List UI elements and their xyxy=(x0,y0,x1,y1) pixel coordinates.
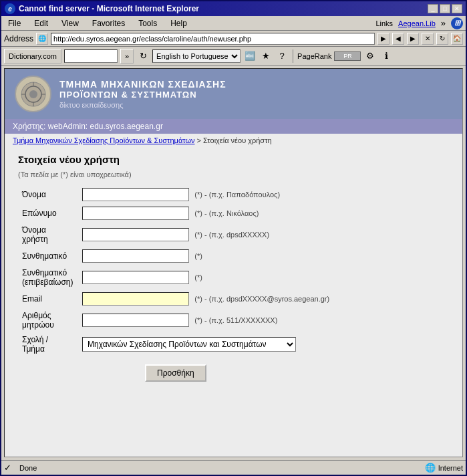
input-name[interactable] xyxy=(82,188,189,201)
header-desc: δίκτυο εκπαίδευσης xyxy=(59,101,226,109)
pagerank-label: PageRank xyxy=(297,52,331,60)
maximize-button[interactable]: □ xyxy=(440,4,450,13)
links-label: Links xyxy=(375,19,393,27)
breadcrumb-link[interactable]: Τμήμα Μηχανικών Σχεδίασης Προϊόντων & Συ… xyxy=(13,136,195,144)
table-row: Συνθηματικό(επιβεβαίωση) (*) xyxy=(18,265,449,289)
form-title: Στοιχεία νέου χρήστη xyxy=(18,154,449,165)
window-title: Cannot find server - Microsoft Internet … xyxy=(19,4,199,13)
field-cell-email: (*) - (π.χ. dpsdXXXXX@syros.aegean.gr) xyxy=(78,289,449,308)
settings-icon[interactable]: ⚙ xyxy=(363,49,377,63)
table-row: Επώνυμο (*) - (π.χ. Νικόλαος) xyxy=(18,204,449,223)
dictionary-label: Dictionary.com xyxy=(9,52,57,60)
input-username[interactable] xyxy=(82,228,189,241)
form-area: Στοιχεία νέου χρήστη (Τα πεδία με (*) εί… xyxy=(5,147,462,391)
hint-password-confirm: (*) xyxy=(191,273,202,281)
table-row: Όνομαχρήστη (*) - (π.χ. dpsdXXXXX) xyxy=(18,223,449,247)
expand-icon[interactable]: » xyxy=(441,18,446,28)
toolbar: Dictionary.com » ↻ English to Portuguese… xyxy=(1,47,466,66)
separator xyxy=(293,49,293,63)
field-label-registry: Αριθμόςμητρώου xyxy=(18,308,78,332)
form-note: (Τα πεδία με (*) είναι υποχρεωτικά) xyxy=(18,170,449,178)
refresh-icon[interactable]: ↻ xyxy=(136,49,150,63)
logo xyxy=(15,76,51,112)
table-row: Σχολή /Τμήμα Μηχανικών Σχεδίασης Προϊόντ… xyxy=(18,332,449,356)
hint-email: (*) - (π.χ. dpsdXXXXX@syros.aegean.gr) xyxy=(191,295,329,303)
address-input[interactable] xyxy=(51,33,375,45)
user-info: Χρήστης: webAdmin: edu.syros.aegean.gr xyxy=(13,122,163,131)
header-title-line2: ΠΡΟΪΟΝΤΩΝ & ΣΥΣΤΗΜΑΤΩΝ xyxy=(59,90,226,100)
field-label-name: Όνομα xyxy=(18,185,78,204)
internet-icon: 🌐 xyxy=(425,463,436,473)
bookmark-icon[interactable]: ★ xyxy=(259,49,273,63)
empty-cell xyxy=(18,356,78,384)
input-surname[interactable] xyxy=(82,207,189,220)
page-header: ΤΜΗΜΑ ΜΗΧΑΝΙΚΩΝ ΣΧΕΔΙΑΣΗΣ ΠΡΟΪΟΝΤΩΝ & ΣΥ… xyxy=(5,69,462,119)
address-label: Address xyxy=(4,34,33,43)
status-check-icon: ✓ xyxy=(4,463,11,473)
hint-name: (*) - (π.χ. Παπαδόπουλος) xyxy=(191,191,280,199)
status-text: Done xyxy=(17,464,420,472)
menu-edit[interactable]: Edit xyxy=(30,17,52,29)
title-bar-controls: _ □ ✕ xyxy=(428,4,462,13)
field-label-email: Email xyxy=(18,289,78,308)
arrow-btn[interactable]: » xyxy=(120,49,134,64)
info-icon[interactable]: ℹ xyxy=(379,49,393,63)
address-bar: Address 🌐 ▶ ◀ ▶ ✕ ↻ 🏠 xyxy=(1,31,466,47)
go-button[interactable]: ▶ xyxy=(377,33,390,45)
input-registry[interactable] xyxy=(82,314,189,327)
menu-help[interactable]: Help xyxy=(166,17,191,29)
field-label-department: Σχολή /Τμήμα xyxy=(18,332,78,356)
field-cell-department: Μηχανικών Σχεδίασης Προϊόντων και Συστημ… xyxy=(78,332,449,356)
browser-window: e Cannot find server - Microsoft Interne… xyxy=(0,0,467,476)
refresh-button[interactable]: ↻ xyxy=(436,33,448,45)
stop-button[interactable]: ✕ xyxy=(422,33,434,45)
hint-registry: (*) - (π.χ. 511/XXXXXXX) xyxy=(191,316,277,324)
table-row: Email (*) - (π.χ. dpsdXXXXX@syros.aegean… xyxy=(18,289,449,308)
submit-cell: Προσθήκη xyxy=(78,356,449,384)
department-select[interactable]: Μηχανικών Σχεδίασης Προϊόντων και Συστημ… xyxy=(82,337,296,352)
content-area: ΤΜΗΜΑ ΜΗΧΑΝΙΚΩΝ ΣΧΕΔΙΑΣΗΣ ΠΡΟΪΟΝΤΩΝ & ΣΥ… xyxy=(1,66,466,460)
translator-select[interactable]: English to Portuguese English to Spanish… xyxy=(152,49,241,63)
breadcrumb-separator: > xyxy=(197,136,203,144)
hint-username: (*) - (π.χ. dpsdXXXXX) xyxy=(191,231,269,239)
form-table: Όνομα (*) - (π.χ. Παπαδόπουλος) Επώνυμο xyxy=(18,185,449,384)
input-password-confirm[interactable] xyxy=(82,271,189,284)
breadcrumb: Τμήμα Μηχανικών Σχεδίασης Προϊόντων & Συ… xyxy=(5,134,462,147)
ie-logo: e xyxy=(5,3,15,14)
aegean-lib-link[interactable]: Aegean.Lib xyxy=(398,19,436,27)
title-bar-left: e Cannot find server - Microsoft Interne… xyxy=(5,3,199,14)
pr-bar-icon: PR xyxy=(334,51,361,61)
menu-tools[interactable]: Tools xyxy=(134,17,161,29)
translate-icon[interactable]: 🔤 xyxy=(243,49,257,63)
menu-view[interactable]: View xyxy=(57,17,83,29)
menu-favorites[interactable]: Favorites xyxy=(88,17,129,29)
search-input[interactable] xyxy=(64,49,118,63)
home-button[interactable]: 🏠 xyxy=(451,33,463,45)
submit-label: Προσθήκη xyxy=(157,368,194,378)
field-label-password: Συνθηματικό xyxy=(18,247,78,265)
table-row: Συνθηματικό (*) xyxy=(18,247,449,265)
table-row: Αριθμόςμητρώου (*) - (π.χ. 511/XXXXXXX) xyxy=(18,308,449,332)
forward-button[interactable]: ▶ xyxy=(407,33,419,45)
field-cell-registry: (*) - (π.χ. 511/XXXXXXX) xyxy=(78,308,449,332)
submit-button[interactable]: Προσθήκη xyxy=(145,364,206,382)
back-button[interactable]: ◀ xyxy=(392,33,404,45)
breadcrumb-current: Στοιχεία νέου χρήστη xyxy=(203,136,272,144)
address-icon: 🌐 xyxy=(36,33,48,45)
status-bar: ✓ Done 🌐 Internet xyxy=(1,460,466,475)
table-row: Όνομα (*) - (π.χ. Παπαδόπουλος) xyxy=(18,185,449,204)
dictionary-button[interactable]: Dictionary.com xyxy=(4,49,61,64)
minimize-button[interactable]: _ xyxy=(428,4,438,13)
question-icon[interactable]: ? xyxy=(275,49,289,63)
zone-label: Internet xyxy=(438,464,463,472)
windows-logo: ⊞ xyxy=(451,17,463,29)
field-cell-password: (*) xyxy=(78,247,449,265)
field-cell-username: (*) - (π.χ. dpsdXXXXX) xyxy=(78,223,449,247)
close-button[interactable]: ✕ xyxy=(452,4,462,13)
field-cell-password-confirm: (*) xyxy=(78,265,449,289)
menu-bar: File Edit View Favorites Tools Help Link… xyxy=(1,16,466,31)
input-email[interactable] xyxy=(82,292,189,306)
input-password[interactable] xyxy=(82,249,189,263)
menu-file[interactable]: File xyxy=(4,17,25,29)
field-label-password-confirm: Συνθηματικό(επιβεβαίωση) xyxy=(18,265,78,289)
